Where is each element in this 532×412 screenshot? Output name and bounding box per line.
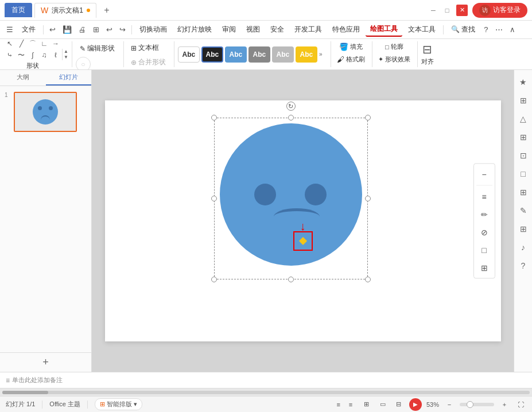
edit-shape-button[interactable]: ✎ 编辑形状 bbox=[76, 41, 119, 56]
rp-help-button[interactable]: ? bbox=[516, 258, 531, 273]
menu-view[interactable]: 视图 bbox=[242, 23, 265, 36]
handle-br[interactable] bbox=[365, 277, 371, 282]
fullscreen-button[interactable]: ⛶ bbox=[515, 399, 526, 410]
scroll-thumb[interactable] bbox=[2, 391, 48, 394]
float-layers-button[interactable]: ≡ bbox=[476, 189, 492, 205]
add-slide-button[interactable]: + bbox=[0, 352, 91, 372]
view-reading-button[interactable]: ▭ bbox=[377, 399, 389, 410]
rotate-handle[interactable]: ↻ bbox=[286, 102, 296, 111]
text-frame-button[interactable]: ⊞ 文本框 bbox=[127, 41, 162, 55]
notes-button[interactable]: ≡ bbox=[337, 401, 340, 408]
slide-canvas[interactable]: ↻ ↓ bbox=[105, 100, 501, 341]
rp-image-button[interactable]: ⊞ bbox=[516, 221, 531, 236]
align-button[interactable]: ⊟ bbox=[422, 42, 432, 56]
handle-ml[interactable] bbox=[211, 196, 217, 201]
shape-squiggle[interactable]: ∫ bbox=[28, 50, 38, 60]
handle-mr[interactable] bbox=[365, 196, 371, 201]
handle-tm[interactable] bbox=[288, 115, 294, 121]
swatch-3[interactable]: Abc bbox=[248, 46, 270, 63]
rp-grid-button[interactable]: ⊞ bbox=[516, 93, 531, 108]
zoom-out-button[interactable]: − bbox=[444, 399, 455, 410]
menu-review[interactable]: 审阅 bbox=[218, 23, 240, 36]
shape-arrow[interactable]: → bbox=[51, 38, 61, 49]
undo-icon[interactable]: ↩ bbox=[46, 24, 59, 36]
menu-help[interactable]: ? bbox=[481, 24, 491, 36]
swatch-5[interactable]: Abc bbox=[296, 46, 317, 63]
handle-tl[interactable] bbox=[211, 115, 217, 121]
swatch-2[interactable]: Abc bbox=[225, 46, 247, 63]
rp-audio-button[interactable]: ♪ bbox=[516, 240, 531, 255]
close-button[interactable]: ✕ bbox=[456, 5, 468, 16]
shape-select[interactable]: ↖ bbox=[5, 38, 15, 49]
menu-more[interactable]: ⋯ bbox=[492, 24, 506, 36]
menu-special[interactable]: 特色应用 bbox=[328, 23, 364, 36]
view-slide-button[interactable]: ⊟ bbox=[393, 399, 405, 410]
float-frame-button[interactable]: □ bbox=[476, 242, 492, 258]
tab-slides[interactable]: 幻灯片 bbox=[46, 70, 92, 85]
shape-wave[interactable]: ♫ bbox=[39, 50, 49, 60]
shape-spiral[interactable]: ℓ bbox=[51, 50, 61, 60]
menu-text[interactable]: 文本工具 bbox=[403, 23, 440, 36]
shape-scroll[interactable]: ▲ ▼ bbox=[62, 49, 68, 60]
maximize-button[interactable]: □ bbox=[442, 6, 452, 15]
handle-bl[interactable] bbox=[211, 277, 217, 282]
shape-effect-button[interactable]: ✦ 形状效果 bbox=[376, 54, 413, 65]
login-button[interactable]: 访 访客登录 bbox=[472, 3, 527, 18]
swatch-0[interactable]: Abc bbox=[178, 46, 200, 63]
outline-button[interactable]: □ 轮廓 bbox=[383, 41, 406, 52]
tab-outline[interactable]: 大纲 bbox=[0, 70, 46, 85]
rp-star-button[interactable]: ★ bbox=[516, 75, 531, 90]
shape-freehand[interactable]: 〜 bbox=[16, 50, 26, 60]
menu-collapse[interactable]: ∧ bbox=[507, 24, 518, 36]
handle-bm[interactable] bbox=[288, 277, 294, 282]
minimize-button[interactable]: ─ bbox=[429, 6, 438, 15]
rp-layout-button[interactable]: ⊞ bbox=[516, 130, 531, 145]
zoom-slider[interactable] bbox=[460, 403, 494, 406]
float-group-button[interactable]: ⊞ bbox=[476, 260, 492, 276]
shape-line[interactable]: ╱ bbox=[16, 38, 26, 49]
shape-curve[interactable]: ⌒ bbox=[28, 38, 38, 49]
swatch-more[interactable]: » bbox=[319, 51, 326, 57]
zoom-thumb[interactable] bbox=[467, 401, 473, 408]
tab-home[interactable]: 首页 bbox=[5, 3, 32, 17]
menu-search[interactable]: 🔍 查找 bbox=[446, 23, 480, 36]
save-icon[interactable]: 💾 bbox=[60, 24, 75, 36]
menu-switch-anim[interactable]: 切换动画 bbox=[135, 23, 172, 36]
play-button[interactable]: ▶ bbox=[409, 398, 422, 411]
canvas-area[interactable]: ↻ ↓ bbox=[92, 70, 514, 372]
notes-bar[interactable]: ≡ 单击此处添加备注 bbox=[0, 372, 532, 388]
rp-triangle-button[interactable]: △ bbox=[516, 111, 531, 126]
copy-icon[interactable]: ⊞ bbox=[90, 24, 102, 36]
rp-merge-button[interactable]: ⊞ bbox=[516, 185, 531, 200]
menu-slideshow[interactable]: 幻灯片放映 bbox=[173, 23, 216, 36]
merge-shape-button[interactable]: ⊕ 合并形状 bbox=[127, 56, 169, 69]
slide-preview-1[interactable] bbox=[14, 92, 77, 132]
scroll-up[interactable]: ▲ bbox=[64, 49, 68, 55]
swatch-1[interactable]: Abc bbox=[201, 46, 223, 63]
menu-devtools[interactable]: 开发工具 bbox=[290, 23, 327, 36]
menu-draw[interactable]: 绘图工具 bbox=[366, 22, 402, 37]
print-icon[interactable]: 🖨 bbox=[76, 24, 89, 36]
fill-button[interactable]: 🪣 填充 bbox=[337, 41, 365, 52]
swatch-4[interactable]: Abc bbox=[272, 46, 294, 63]
scroll-down[interactable]: ▼ bbox=[64, 55, 68, 60]
menu-file[interactable]: 文件 bbox=[17, 23, 40, 36]
rp-crop-button[interactable]: □ bbox=[516, 166, 531, 181]
slide-thumb-1[interactable]: 1 bbox=[3, 90, 88, 134]
notes-hint[interactable]: 单击此处添加备注 bbox=[12, 376, 63, 384]
view-normal-button[interactable]: ≡ bbox=[345, 399, 356, 410]
float-pen-button[interactable]: ✏ bbox=[476, 207, 492, 223]
horizontal-scrollbar[interactable] bbox=[0, 388, 532, 396]
new-tab-button[interactable]: + bbox=[99, 2, 115, 18]
zoom-in-button[interactable]: + bbox=[499, 399, 510, 410]
menu-expand-icon[interactable]: ☰ bbox=[3, 24, 16, 36]
redo-icon[interactable]: ↪ bbox=[117, 24, 129, 36]
undo2-icon[interactable]: ↩ bbox=[103, 24, 115, 36]
rp-edit-button[interactable]: ✎ bbox=[516, 203, 531, 218]
format-brush-button[interactable]: 🖌 格式刷 bbox=[335, 54, 367, 65]
rp-square-button[interactable]: ⊡ bbox=[516, 148, 531, 163]
face-container[interactable]: ↻ ↓ bbox=[214, 118, 368, 279]
shape-zigzag[interactable]: ⤷ bbox=[5, 50, 15, 60]
handle-tr[interactable] bbox=[365, 115, 371, 121]
float-minus-button[interactable]: − bbox=[476, 166, 492, 182]
